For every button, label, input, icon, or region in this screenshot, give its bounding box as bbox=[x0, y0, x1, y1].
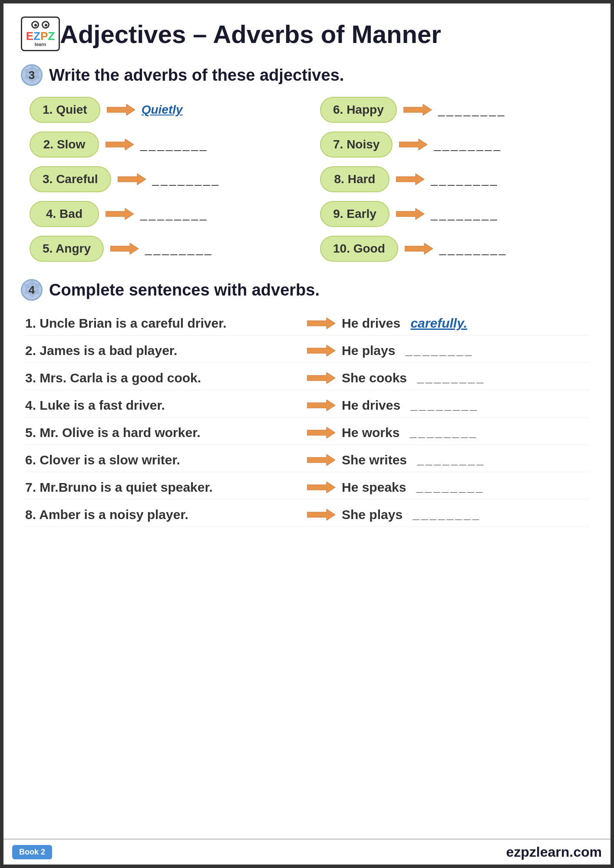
sentence-answer-4: ________ bbox=[410, 398, 479, 412]
sentence-row-2: 2. James is a bad player. He plays _____… bbox=[25, 339, 589, 363]
section4-number: 4 bbox=[21, 279, 43, 301]
sentence-left-6: 6. Clover is a slow writer. bbox=[25, 453, 307, 467]
sentence-answer-3: ________ bbox=[417, 371, 485, 385]
adj-row-4: 4. Bad ________ bbox=[30, 201, 294, 227]
section4-title: Complete sentences with adverbs. bbox=[49, 281, 320, 299]
svg-marker-6 bbox=[106, 208, 134, 220]
sentences-grid: 1. Uncle Brian is a careful driver. He d… bbox=[21, 312, 593, 527]
sentence-left-8: 8. Amber is a noisy player. bbox=[25, 507, 307, 522]
svg-marker-12 bbox=[307, 372, 335, 384]
svg-marker-2 bbox=[106, 139, 134, 150]
adj-row-5: 5. Angry ________ bbox=[30, 236, 294, 262]
adj-pill-10: 10. Good bbox=[320, 236, 398, 262]
adj-answer-6: ________ bbox=[438, 103, 506, 117]
sentence-answer-2: ________ bbox=[406, 344, 474, 358]
svg-marker-9 bbox=[405, 243, 433, 254]
adj-row-7: 7. Noisy ________ bbox=[320, 132, 584, 158]
sentence-left-5: 5. Mr. Olive is a hard worker. bbox=[25, 425, 307, 440]
adj-answer-3: ________ bbox=[152, 172, 221, 186]
adj-answer-7: ________ bbox=[434, 138, 502, 151]
svg-marker-4 bbox=[118, 174, 146, 185]
svg-marker-0 bbox=[107, 104, 135, 115]
header: EZPZ learn Adjectives – Adverbs of Manne… bbox=[21, 12, 593, 51]
adj-answer-8: ________ bbox=[431, 172, 499, 186]
arrow-icon-7 bbox=[399, 138, 427, 151]
section3-number: 3 bbox=[21, 64, 43, 86]
footer: Book 2 ezpzlearn.com bbox=[3, 838, 611, 865]
svg-marker-17 bbox=[307, 509, 335, 520]
svg-marker-3 bbox=[399, 139, 427, 150]
adj-answer-10: ________ bbox=[439, 242, 508, 256]
adj-row-8: 8. Hard ________ bbox=[320, 166, 584, 192]
sentence-right-5: He works ________ bbox=[307, 425, 589, 440]
sentence-row-8: 8. Amber is a noisy player. She plays __… bbox=[25, 503, 589, 527]
logo: EZPZ learn bbox=[21, 16, 60, 51]
adj-answer-4: ________ bbox=[140, 207, 208, 221]
logo-text: EZPZ bbox=[26, 30, 55, 42]
sentence-left-2: 2. James is a bad player. bbox=[25, 343, 307, 358]
adj-answer-9: ________ bbox=[431, 207, 499, 221]
adj-pill-2: 2. Slow bbox=[30, 132, 99, 158]
sentence-row-4: 4. Luke is a fast driver. He drives ____… bbox=[25, 394, 589, 418]
logo-eyes bbox=[31, 21, 50, 29]
sentence-left-7: 7. Mr.Bruno is a quiet speaker. bbox=[25, 480, 307, 495]
sentence-arrow-7 bbox=[307, 481, 335, 493]
sentence-prefix-2: He plays bbox=[342, 343, 399, 358]
sentence-arrow-5 bbox=[307, 427, 335, 439]
logo-eye-right bbox=[42, 21, 50, 29]
sentence-right-4: He drives ________ bbox=[307, 398, 589, 413]
sentence-answer-8: ________ bbox=[413, 508, 481, 522]
svg-marker-16 bbox=[307, 482, 335, 493]
arrow-icon-10 bbox=[405, 243, 433, 255]
sentence-arrow-2 bbox=[307, 345, 335, 357]
logo-learn: learn bbox=[35, 42, 46, 47]
sentence-left-1: 1. Uncle Brian is a careful driver. bbox=[25, 316, 307, 331]
adj-row-2: 2. Slow ________ bbox=[30, 132, 294, 158]
svg-marker-10 bbox=[307, 318, 335, 329]
svg-marker-7 bbox=[396, 208, 424, 220]
arrow-icon-3 bbox=[118, 173, 146, 185]
adj-pill-4: 4. Bad bbox=[30, 201, 99, 227]
footer-book-label: Book 2 bbox=[12, 845, 52, 859]
sentence-left-4: 4. Luke is a fast driver. bbox=[25, 398, 307, 413]
svg-marker-15 bbox=[307, 454, 335, 466]
svg-marker-14 bbox=[307, 427, 335, 438]
sentence-prefix-4: He drives bbox=[342, 398, 404, 413]
adj-answer-2: ________ bbox=[140, 138, 208, 151]
sentence-prefix-6: She writes bbox=[342, 453, 410, 467]
sentence-right-1: He drives carefully. bbox=[307, 316, 589, 331]
sentence-row-6: 6. Clover is a slow writer. She writes _… bbox=[25, 448, 589, 472]
adj-pill-1: 1. Quiet bbox=[30, 97, 100, 123]
sentence-arrow-4 bbox=[307, 399, 335, 411]
sentence-arrow-6 bbox=[307, 454, 335, 466]
sentence-answer-6: ________ bbox=[417, 453, 485, 467]
page-title: Adjectives – Adverbs of Manner bbox=[60, 20, 441, 49]
sentence-prefix-7: He speaks bbox=[342, 480, 410, 495]
arrow-icon-5 bbox=[110, 243, 139, 255]
svg-marker-1 bbox=[403, 104, 432, 115]
sentence-prefix-1: He drives bbox=[342, 316, 404, 331]
sentence-row-1: 1. Uncle Brian is a careful driver. He d… bbox=[25, 312, 589, 335]
adj-answer-5: ________ bbox=[145, 242, 213, 256]
sentence-prefix-8: She plays bbox=[342, 507, 406, 522]
sentence-row-7: 7. Mr.Bruno is a quiet speaker. He speak… bbox=[25, 476, 589, 500]
adj-row-6: 6. Happy ________ bbox=[320, 97, 584, 123]
adj-row-3: 3. Careful ________ bbox=[30, 166, 294, 192]
sentence-right-8: She plays ________ bbox=[307, 507, 589, 522]
arrow-icon-8 bbox=[396, 173, 424, 185]
sentence-answer-5: ________ bbox=[410, 426, 478, 440]
svg-marker-8 bbox=[110, 243, 139, 254]
svg-marker-5 bbox=[396, 174, 424, 185]
sentence-right-6: She writes ________ bbox=[307, 453, 589, 467]
adj-row-1: 1. Quiet Quietly bbox=[30, 97, 294, 123]
sentence-right-7: He speaks ________ bbox=[307, 480, 589, 495]
sentence-answer-7: ________ bbox=[416, 480, 485, 494]
arrow-icon-9 bbox=[396, 208, 424, 220]
arrow-icon-6 bbox=[403, 104, 432, 116]
sentence-arrow-1 bbox=[307, 317, 335, 329]
sentence-prefix-3: She cooks bbox=[342, 371, 410, 385]
section4-header: 4 Complete sentences with adverbs. bbox=[21, 279, 593, 301]
svg-marker-11 bbox=[307, 345, 335, 356]
arrow-icon-1 bbox=[107, 104, 135, 116]
adj-pill-8: 8. Hard bbox=[320, 166, 390, 192]
